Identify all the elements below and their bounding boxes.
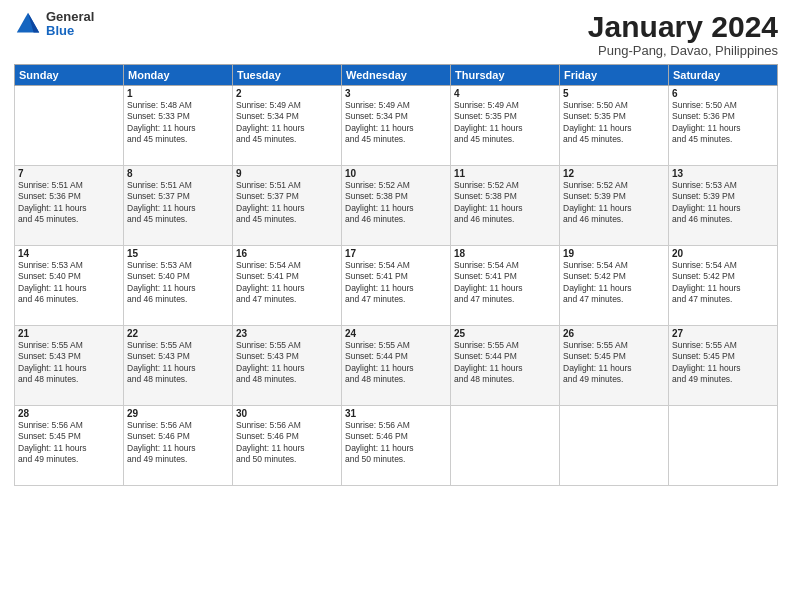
day-info: Sunrise: 5:50 AM Sunset: 5:36 PM Dayligh… bbox=[672, 100, 774, 146]
day-info: Sunrise: 5:51 AM Sunset: 5:36 PM Dayligh… bbox=[18, 180, 120, 226]
day-info: Sunrise: 5:53 AM Sunset: 5:40 PM Dayligh… bbox=[18, 260, 120, 306]
header-cell-friday: Friday bbox=[560, 65, 669, 86]
day-cell: 15Sunrise: 5:53 AM Sunset: 5:40 PM Dayli… bbox=[124, 246, 233, 326]
day-cell: 8Sunrise: 5:51 AM Sunset: 5:37 PM Daylig… bbox=[124, 166, 233, 246]
day-info: Sunrise: 5:54 AM Sunset: 5:41 PM Dayligh… bbox=[236, 260, 338, 306]
week-row-4: 28Sunrise: 5:56 AM Sunset: 5:45 PM Dayli… bbox=[15, 406, 778, 486]
week-row-0: 1Sunrise: 5:48 AM Sunset: 5:33 PM Daylig… bbox=[15, 86, 778, 166]
day-cell: 24Sunrise: 5:55 AM Sunset: 5:44 PM Dayli… bbox=[342, 326, 451, 406]
day-cell: 2Sunrise: 5:49 AM Sunset: 5:34 PM Daylig… bbox=[233, 86, 342, 166]
day-number: 17 bbox=[345, 248, 447, 259]
day-info: Sunrise: 5:52 AM Sunset: 5:38 PM Dayligh… bbox=[345, 180, 447, 226]
header-cell-thursday: Thursday bbox=[451, 65, 560, 86]
day-cell: 4Sunrise: 5:49 AM Sunset: 5:35 PM Daylig… bbox=[451, 86, 560, 166]
day-number: 4 bbox=[454, 88, 556, 99]
day-info: Sunrise: 5:55 AM Sunset: 5:43 PM Dayligh… bbox=[18, 340, 120, 386]
day-number: 13 bbox=[672, 168, 774, 179]
day-number: 11 bbox=[454, 168, 556, 179]
day-cell: 11Sunrise: 5:52 AM Sunset: 5:38 PM Dayli… bbox=[451, 166, 560, 246]
header-cell-wednesday: Wednesday bbox=[342, 65, 451, 86]
day-info: Sunrise: 5:49 AM Sunset: 5:34 PM Dayligh… bbox=[345, 100, 447, 146]
day-info: Sunrise: 5:56 AM Sunset: 5:45 PM Dayligh… bbox=[18, 420, 120, 466]
day-info: Sunrise: 5:55 AM Sunset: 5:45 PM Dayligh… bbox=[563, 340, 665, 386]
day-number: 26 bbox=[563, 328, 665, 339]
day-info: Sunrise: 5:49 AM Sunset: 5:34 PM Dayligh… bbox=[236, 100, 338, 146]
day-info: Sunrise: 5:51 AM Sunset: 5:37 PM Dayligh… bbox=[236, 180, 338, 226]
day-number: 15 bbox=[127, 248, 229, 259]
day-info: Sunrise: 5:55 AM Sunset: 5:43 PM Dayligh… bbox=[236, 340, 338, 386]
day-cell: 27Sunrise: 5:55 AM Sunset: 5:45 PM Dayli… bbox=[669, 326, 778, 406]
week-row-2: 14Sunrise: 5:53 AM Sunset: 5:40 PM Dayli… bbox=[15, 246, 778, 326]
day-cell: 12Sunrise: 5:52 AM Sunset: 5:39 PM Dayli… bbox=[560, 166, 669, 246]
day-number: 10 bbox=[345, 168, 447, 179]
logo: General Blue bbox=[14, 10, 94, 39]
day-cell bbox=[15, 86, 124, 166]
logo-icon bbox=[14, 10, 42, 38]
day-cell: 7Sunrise: 5:51 AM Sunset: 5:36 PM Daylig… bbox=[15, 166, 124, 246]
calendar-table: SundayMondayTuesdayWednesdayThursdayFrid… bbox=[14, 64, 778, 486]
page: General Blue January 2024 Pung-Pang, Dav… bbox=[0, 0, 792, 612]
day-info: Sunrise: 5:56 AM Sunset: 5:46 PM Dayligh… bbox=[127, 420, 229, 466]
day-info: Sunrise: 5:50 AM Sunset: 5:35 PM Dayligh… bbox=[563, 100, 665, 146]
day-info: Sunrise: 5:56 AM Sunset: 5:46 PM Dayligh… bbox=[345, 420, 447, 466]
day-cell: 10Sunrise: 5:52 AM Sunset: 5:38 PM Dayli… bbox=[342, 166, 451, 246]
day-cell: 25Sunrise: 5:55 AM Sunset: 5:44 PM Dayli… bbox=[451, 326, 560, 406]
day-cell bbox=[451, 406, 560, 486]
day-number: 2 bbox=[236, 88, 338, 99]
day-number: 12 bbox=[563, 168, 665, 179]
day-number: 8 bbox=[127, 168, 229, 179]
day-info: Sunrise: 5:53 AM Sunset: 5:39 PM Dayligh… bbox=[672, 180, 774, 226]
day-cell bbox=[669, 406, 778, 486]
calendar-body: 1Sunrise: 5:48 AM Sunset: 5:33 PM Daylig… bbox=[15, 86, 778, 486]
day-number: 20 bbox=[672, 248, 774, 259]
day-info: Sunrise: 5:55 AM Sunset: 5:45 PM Dayligh… bbox=[672, 340, 774, 386]
day-number: 24 bbox=[345, 328, 447, 339]
header: General Blue January 2024 Pung-Pang, Dav… bbox=[14, 10, 778, 58]
day-cell bbox=[560, 406, 669, 486]
day-number: 27 bbox=[672, 328, 774, 339]
day-cell: 28Sunrise: 5:56 AM Sunset: 5:45 PM Dayli… bbox=[15, 406, 124, 486]
day-number: 5 bbox=[563, 88, 665, 99]
day-info: Sunrise: 5:54 AM Sunset: 5:41 PM Dayligh… bbox=[454, 260, 556, 306]
header-row: SundayMondayTuesdayWednesdayThursdayFrid… bbox=[15, 65, 778, 86]
day-number: 1 bbox=[127, 88, 229, 99]
title-month: January 2024 bbox=[588, 10, 778, 43]
day-cell: 17Sunrise: 5:54 AM Sunset: 5:41 PM Dayli… bbox=[342, 246, 451, 326]
day-info: Sunrise: 5:49 AM Sunset: 5:35 PM Dayligh… bbox=[454, 100, 556, 146]
day-number: 21 bbox=[18, 328, 120, 339]
day-cell: 20Sunrise: 5:54 AM Sunset: 5:42 PM Dayli… bbox=[669, 246, 778, 326]
day-info: Sunrise: 5:52 AM Sunset: 5:39 PM Dayligh… bbox=[563, 180, 665, 226]
day-number: 18 bbox=[454, 248, 556, 259]
logo-general: General bbox=[46, 10, 94, 24]
day-number: 29 bbox=[127, 408, 229, 419]
day-number: 22 bbox=[127, 328, 229, 339]
day-cell: 29Sunrise: 5:56 AM Sunset: 5:46 PM Dayli… bbox=[124, 406, 233, 486]
day-info: Sunrise: 5:51 AM Sunset: 5:37 PM Dayligh… bbox=[127, 180, 229, 226]
day-number: 19 bbox=[563, 248, 665, 259]
title-location: Pung-Pang, Davao, Philippines bbox=[588, 43, 778, 58]
logo-text: General Blue bbox=[46, 10, 94, 39]
day-info: Sunrise: 5:52 AM Sunset: 5:38 PM Dayligh… bbox=[454, 180, 556, 226]
day-info: Sunrise: 5:55 AM Sunset: 5:44 PM Dayligh… bbox=[454, 340, 556, 386]
day-cell: 3Sunrise: 5:49 AM Sunset: 5:34 PM Daylig… bbox=[342, 86, 451, 166]
day-cell: 26Sunrise: 5:55 AM Sunset: 5:45 PM Dayli… bbox=[560, 326, 669, 406]
week-row-3: 21Sunrise: 5:55 AM Sunset: 5:43 PM Dayli… bbox=[15, 326, 778, 406]
day-cell: 30Sunrise: 5:56 AM Sunset: 5:46 PM Dayli… bbox=[233, 406, 342, 486]
day-info: Sunrise: 5:55 AM Sunset: 5:43 PM Dayligh… bbox=[127, 340, 229, 386]
day-info: Sunrise: 5:48 AM Sunset: 5:33 PM Dayligh… bbox=[127, 100, 229, 146]
header-cell-tuesday: Tuesday bbox=[233, 65, 342, 86]
day-number: 3 bbox=[345, 88, 447, 99]
day-cell: 22Sunrise: 5:55 AM Sunset: 5:43 PM Dayli… bbox=[124, 326, 233, 406]
day-info: Sunrise: 5:55 AM Sunset: 5:44 PM Dayligh… bbox=[345, 340, 447, 386]
calendar-header: SundayMondayTuesdayWednesdayThursdayFrid… bbox=[15, 65, 778, 86]
logo-blue: Blue bbox=[46, 24, 94, 38]
title-block: January 2024 Pung-Pang, Davao, Philippin… bbox=[588, 10, 778, 58]
day-cell: 16Sunrise: 5:54 AM Sunset: 5:41 PM Dayli… bbox=[233, 246, 342, 326]
day-cell: 19Sunrise: 5:54 AM Sunset: 5:42 PM Dayli… bbox=[560, 246, 669, 326]
week-row-1: 7Sunrise: 5:51 AM Sunset: 5:36 PM Daylig… bbox=[15, 166, 778, 246]
day-cell: 1Sunrise: 5:48 AM Sunset: 5:33 PM Daylig… bbox=[124, 86, 233, 166]
header-cell-saturday: Saturday bbox=[669, 65, 778, 86]
day-info: Sunrise: 5:54 AM Sunset: 5:42 PM Dayligh… bbox=[563, 260, 665, 306]
day-cell: 23Sunrise: 5:55 AM Sunset: 5:43 PM Dayli… bbox=[233, 326, 342, 406]
day-cell: 5Sunrise: 5:50 AM Sunset: 5:35 PM Daylig… bbox=[560, 86, 669, 166]
